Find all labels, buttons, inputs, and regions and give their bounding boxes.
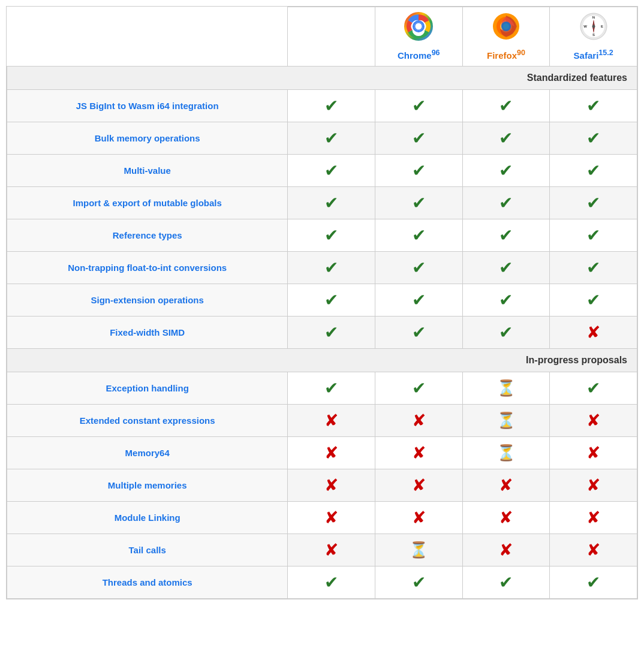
check-icon: ✔	[499, 129, 513, 147]
check-icon: ✔	[586, 226, 600, 245]
safari-status: ✘	[550, 437, 637, 469]
check-icon: ✔	[499, 226, 513, 245]
feature-name[interactable]: Non-trapping float-to-int conversions	[7, 252, 288, 284]
your-browser-header	[288, 7, 375, 67]
table-row: Multi-value ✔ ✔ ✔ ✔	[7, 155, 637, 187]
firefox-status: ⏳	[462, 437, 550, 469]
check-icon: ✔	[324, 323, 338, 342]
safari-status: ✔	[550, 155, 637, 187]
chrome-status: ✔	[375, 155, 462, 187]
firefox-status: ✔	[462, 90, 550, 122]
feature-name[interactable]: Import & export of mutable globals	[7, 187, 288, 219]
your-browser-status: ✔	[288, 372, 375, 405]
cross-icon: ✘	[586, 323, 600, 342]
safari-icon: N S E W	[553, 12, 633, 46]
table-row: Tail calls ✘ ⏳ ✘ ✘	[7, 534, 637, 566]
cross-icon: ✘	[412, 411, 426, 430]
your-browser-status: ✘	[288, 502, 375, 534]
check-icon: ✔	[412, 161, 426, 180]
chrome-name: Chrome96	[398, 50, 440, 61]
check-icon: ✔	[586, 194, 600, 212]
check-icon: ✔	[324, 291, 338, 309]
table-row: Sign-extension operations ✔ ✔ ✔ ✔	[7, 284, 637, 317]
cross-icon: ✘	[324, 411, 338, 430]
feature-name[interactable]: Module Linking	[7, 502, 288, 534]
your-browser-status: ✔	[288, 566, 375, 599]
chrome-status: ✘	[375, 502, 462, 534]
safari-status: ✔	[550, 284, 637, 317]
check-icon: ✔	[499, 573, 513, 592]
check-icon: ✔	[412, 258, 426, 277]
check-icon: ✔	[412, 291, 426, 309]
table-row: Extended constant expressions ✘ ✘ ⏳ ✘	[7, 405, 637, 437]
check-icon: ✔	[412, 194, 426, 212]
safari-status: ✘	[550, 534, 637, 566]
firefox-status: ✔	[462, 187, 550, 219]
feature-name[interactable]: Sign-extension operations	[7, 284, 288, 317]
section-title: In-progress proposals	[7, 349, 637, 372]
feature-name[interactable]: Tail calls	[7, 534, 288, 566]
feature-name[interactable]: Multi-value	[7, 155, 288, 187]
firefox-icon	[467, 12, 546, 46]
your-browser-status: ✔	[288, 317, 375, 349]
feature-name[interactable]: Extended constant expressions	[7, 405, 288, 437]
firefox-status: ✔	[462, 155, 550, 187]
check-icon: ✔	[412, 379, 426, 397]
feature-name[interactable]: Reference types	[7, 219, 288, 252]
check-icon: ✔	[586, 291, 600, 309]
table-row: Import & export of mutable globals ✔ ✔ ✔…	[7, 187, 637, 219]
table-row: Exception handling ✔ ✔ ⏳ ✔	[7, 372, 637, 405]
firefox-version: 90	[517, 49, 525, 57]
check-icon: ✔	[324, 379, 338, 397]
your-browser-status: ✘	[288, 437, 375, 469]
firefox-status: ✘	[462, 502, 550, 534]
safari-status: ✔	[550, 252, 637, 284]
feature-name[interactable]: Threads and atomics	[7, 566, 288, 599]
check-icon: ✔	[324, 573, 338, 592]
cross-icon: ✘	[324, 541, 338, 559]
chrome-status: ✘	[375, 437, 462, 469]
check-icon: ✔	[499, 291, 513, 309]
firefox-status: ✔	[462, 317, 550, 349]
compatibility-table: Chrome96 Firefox90	[6, 6, 638, 599]
check-icon: ✔	[499, 194, 513, 212]
table-row: Reference types ✔ ✔ ✔ ✔	[7, 219, 637, 252]
section-header-1: In-progress proposals	[7, 349, 637, 372]
hourglass-icon: ⏳	[496, 411, 516, 429]
check-icon: ✔	[324, 97, 338, 115]
check-icon: ✔	[586, 161, 600, 180]
your-browser-status: ✔	[288, 284, 375, 317]
your-browser-status: ✘	[288, 405, 375, 437]
chrome-status: ✔	[375, 252, 462, 284]
safari-status: ✔	[550, 90, 637, 122]
check-icon: ✔	[412, 226, 426, 245]
check-icon: ✔	[412, 129, 426, 147]
table-row: Threads and atomics ✔ ✔ ✔ ✔	[7, 566, 637, 599]
chrome-status: ✘	[375, 469, 462, 502]
feature-name[interactable]: Fixed-width SIMD	[7, 317, 288, 349]
check-icon: ✔	[586, 573, 600, 592]
feature-name[interactable]: JS BigInt to Wasm i64 integration	[7, 90, 288, 122]
chrome-icon	[379, 12, 459, 46]
chrome-status: ✔	[375, 284, 462, 317]
firefox-status: ✔	[462, 566, 550, 599]
feature-name[interactable]: Bulk memory operations	[7, 122, 288, 155]
svg-text:E: E	[601, 25, 603, 28]
feature-name[interactable]: Exception handling	[7, 372, 288, 405]
check-icon: ✔	[499, 258, 513, 277]
cross-icon: ✘	[586, 541, 600, 559]
hourglass-icon: ⏳	[496, 444, 516, 462]
table-row: Module Linking ✘ ✘ ✘ ✘	[7, 502, 637, 534]
cross-icon: ✘	[412, 476, 426, 495]
safari-version: 15.2	[598, 49, 613, 57]
chrome-status: ⏳	[375, 534, 462, 566]
svg-point-10	[503, 23, 509, 29]
svg-point-5	[416, 23, 422, 30]
chrome-status: ✘	[375, 405, 462, 437]
feature-name[interactable]: Memory64	[7, 437, 288, 469]
table-row: Non-trapping float-to-int conversions ✔ …	[7, 252, 637, 284]
safari-name: Safari15.2	[574, 50, 613, 61]
feature-name[interactable]: Multiple memories	[7, 469, 288, 502]
your-browser-status: ✔	[288, 155, 375, 187]
chrome-version: 96	[432, 49, 440, 57]
